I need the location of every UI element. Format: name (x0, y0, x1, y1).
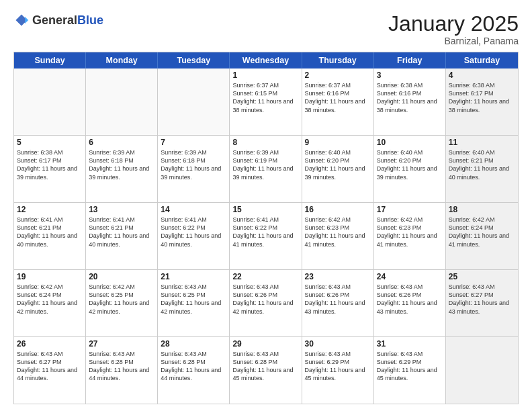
day-31: 31Sunrise: 6:43 AM Sunset: 6:29 PM Dayli… (374, 337, 446, 404)
day-number: 25 (449, 272, 515, 281)
day-info: Sunrise: 6:41 AM Sunset: 6:21 PM Dayligh… (17, 216, 83, 248)
day-empty-0-2 (158, 68, 230, 135)
header-day-monday: Monday (86, 52, 158, 68)
day-number: 24 (377, 272, 443, 281)
day-number: 27 (89, 339, 154, 349)
calendar-header-row: SundayMondayTuesdayWednesdayThursdayFrid… (14, 52, 518, 68)
header: GeneralBlue January 2025 Barnizal, Panam… (13, 12, 519, 46)
week-row-4: 19Sunrise: 6:42 AM Sunset: 6:24 PM Dayli… (14, 269, 518, 336)
day-11: 11Sunrise: 6:40 AM Sunset: 6:21 PM Dayli… (446, 136, 518, 202)
logo: GeneralBlue (13, 12, 103, 28)
day-number: 15 (232, 205, 298, 214)
day-number: 4 (449, 71, 515, 80)
day-29: 29Sunrise: 6:43 AM Sunset: 6:28 PM Dayli… (230, 337, 302, 404)
day-13: 13Sunrise: 6:41 AM Sunset: 6:21 PM Dayli… (86, 203, 158, 269)
day-info: Sunrise: 6:42 AM Sunset: 6:23 PM Dayligh… (305, 216, 371, 248)
day-10: 10Sunrise: 6:40 AM Sunset: 6:20 PM Dayli… (374, 136, 446, 202)
day-8: 8Sunrise: 6:39 AM Sunset: 6:19 PM Daylig… (230, 136, 302, 202)
day-info: Sunrise: 6:42 AM Sunset: 6:24 PM Dayligh… (449, 216, 515, 248)
day-number: 12 (17, 205, 83, 214)
location-subtitle: Barnizal, Panama (388, 36, 519, 46)
week-row-5: 26Sunrise: 6:43 AM Sunset: 6:27 PM Dayli… (14, 336, 518, 404)
day-28: 28Sunrise: 6:43 AM Sunset: 6:28 PM Dayli… (158, 337, 230, 404)
header-day-saturday: Saturday (446, 52, 518, 68)
day-number: 31 (377, 339, 443, 349)
month-title: January 2025 (388, 12, 519, 36)
day-3: 3Sunrise: 6:38 AM Sunset: 6:16 PM Daylig… (374, 68, 446, 135)
day-info: Sunrise: 6:41 AM Sunset: 6:22 PM Dayligh… (161, 216, 226, 248)
week-row-3: 12Sunrise: 6:41 AM Sunset: 6:21 PM Dayli… (14, 202, 518, 269)
day-info: Sunrise: 6:41 AM Sunset: 6:22 PM Dayligh… (232, 216, 298, 248)
week-row-2: 5Sunrise: 6:38 AM Sunset: 6:17 PM Daylig… (14, 135, 518, 202)
header-day-friday: Friday (374, 52, 446, 68)
day-info: Sunrise: 6:43 AM Sunset: 6:28 PM Dayligh… (161, 350, 226, 383)
day-number: 2 (305, 71, 371, 80)
day-number: 5 (17, 138, 83, 147)
day-20: 20Sunrise: 6:42 AM Sunset: 6:25 PM Dayli… (86, 270, 158, 336)
day-info: Sunrise: 6:37 AM Sunset: 6:15 PM Dayligh… (232, 81, 298, 114)
day-number: 14 (161, 205, 226, 214)
day-info: Sunrise: 6:39 AM Sunset: 6:18 PM Dayligh… (161, 148, 226, 181)
calendar-body: 1Sunrise: 6:37 AM Sunset: 6:15 PM Daylig… (14, 68, 518, 404)
day-info: Sunrise: 6:43 AM Sunset: 6:25 PM Dayligh… (161, 283, 226, 316)
header-day-tuesday: Tuesday (158, 52, 230, 68)
day-25: 25Sunrise: 6:43 AM Sunset: 6:27 PM Dayli… (446, 270, 518, 336)
day-empty-4-6 (446, 337, 518, 404)
day-info: Sunrise: 6:43 AM Sunset: 6:26 PM Dayligh… (232, 283, 298, 316)
day-info: Sunrise: 6:38 AM Sunset: 6:16 PM Dayligh… (377, 81, 443, 114)
calendar: SundayMondayTuesdayWednesdayThursdayFrid… (13, 52, 519, 404)
day-15: 15Sunrise: 6:41 AM Sunset: 6:22 PM Dayli… (230, 203, 302, 269)
day-number: 17 (377, 205, 443, 214)
day-number: 22 (232, 272, 298, 281)
day-2: 2Sunrise: 6:37 AM Sunset: 6:16 PM Daylig… (302, 68, 374, 135)
day-24: 24Sunrise: 6:43 AM Sunset: 6:26 PM Dayli… (374, 270, 446, 336)
day-empty-0-1 (86, 68, 158, 135)
day-18: 18Sunrise: 6:42 AM Sunset: 6:24 PM Dayli… (446, 203, 518, 269)
header-day-thursday: Thursday (302, 52, 374, 68)
day-info: Sunrise: 6:40 AM Sunset: 6:20 PM Dayligh… (377, 148, 443, 181)
logo-blue: Blue (77, 13, 103, 27)
title-block: January 2025 Barnizal, Panama (388, 12, 519, 46)
day-number: 26 (17, 339, 83, 349)
day-number: 11 (449, 138, 515, 147)
day-number: 9 (305, 138, 371, 147)
day-number: 28 (161, 339, 226, 349)
day-14: 14Sunrise: 6:41 AM Sunset: 6:22 PM Dayli… (158, 203, 230, 269)
logo-icon (13, 12, 30, 28)
day-info: Sunrise: 6:41 AM Sunset: 6:21 PM Dayligh… (89, 216, 154, 248)
day-17: 17Sunrise: 6:42 AM Sunset: 6:23 PM Dayli… (374, 203, 446, 269)
day-number: 20 (89, 272, 154, 281)
day-26: 26Sunrise: 6:43 AM Sunset: 6:27 PM Dayli… (14, 337, 86, 404)
day-4: 4Sunrise: 6:38 AM Sunset: 6:17 PM Daylig… (446, 68, 518, 135)
day-info: Sunrise: 6:43 AM Sunset: 6:29 PM Dayligh… (305, 350, 371, 383)
day-number: 1 (232, 71, 298, 80)
day-16: 16Sunrise: 6:42 AM Sunset: 6:23 PM Dayli… (302, 203, 374, 269)
day-number: 6 (89, 138, 154, 147)
day-9: 9Sunrise: 6:40 AM Sunset: 6:20 PM Daylig… (302, 136, 374, 202)
day-info: Sunrise: 6:43 AM Sunset: 6:28 PM Dayligh… (232, 350, 298, 383)
day-19: 19Sunrise: 6:42 AM Sunset: 6:24 PM Dayli… (14, 270, 86, 336)
day-12: 12Sunrise: 6:41 AM Sunset: 6:21 PM Dayli… (14, 203, 86, 269)
day-info: Sunrise: 6:40 AM Sunset: 6:21 PM Dayligh… (449, 148, 515, 181)
day-info: Sunrise: 6:42 AM Sunset: 6:24 PM Dayligh… (17, 283, 83, 316)
day-number: 16 (305, 205, 371, 214)
logo-general: General (32, 13, 77, 27)
week-row-1: 1Sunrise: 6:37 AM Sunset: 6:15 PM Daylig… (14, 68, 518, 135)
day-number: 29 (232, 339, 298, 349)
page: GeneralBlue January 2025 Barnizal, Panam… (0, 0, 532, 411)
day-info: Sunrise: 6:42 AM Sunset: 6:25 PM Dayligh… (89, 283, 154, 316)
day-info: Sunrise: 6:43 AM Sunset: 6:26 PM Dayligh… (305, 283, 371, 316)
day-info: Sunrise: 6:39 AM Sunset: 6:18 PM Dayligh… (89, 148, 154, 181)
day-6: 6Sunrise: 6:39 AM Sunset: 6:18 PM Daylig… (86, 136, 158, 202)
day-info: Sunrise: 6:43 AM Sunset: 6:26 PM Dayligh… (377, 283, 443, 316)
day-info: Sunrise: 6:40 AM Sunset: 6:20 PM Dayligh… (305, 148, 371, 181)
day-22: 22Sunrise: 6:43 AM Sunset: 6:26 PM Dayli… (230, 270, 302, 336)
day-23: 23Sunrise: 6:43 AM Sunset: 6:26 PM Dayli… (302, 270, 374, 336)
day-30: 30Sunrise: 6:43 AM Sunset: 6:29 PM Dayli… (302, 337, 374, 404)
day-number: 13 (89, 205, 154, 214)
day-number: 10 (377, 138, 443, 147)
day-info: Sunrise: 6:38 AM Sunset: 6:17 PM Dayligh… (449, 81, 515, 114)
day-number: 8 (232, 138, 298, 147)
day-number: 19 (17, 272, 83, 281)
day-info: Sunrise: 6:39 AM Sunset: 6:19 PM Dayligh… (232, 148, 298, 181)
